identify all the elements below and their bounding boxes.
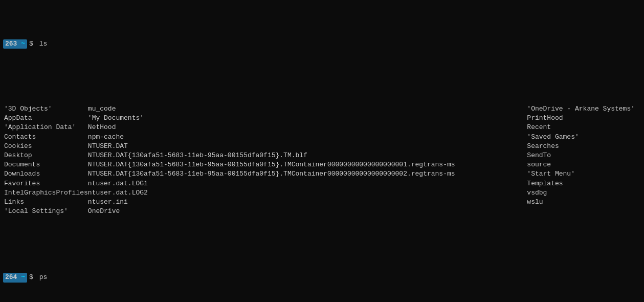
terminal-window: 263 ~$ ls '3D Objects' mu_code 'OneDrive…	[0, 0, 644, 302]
ls-row: '3D Objects' mu_code 'OneDrive - Arkane …	[4, 104, 641, 114]
ls-row: Contacts npm-cache 'Saved Games'	[4, 133, 641, 142]
ls-row: Desktop NTUSER.DAT{130afa51-5683-11eb-95…	[4, 151, 641, 160]
ls-output: '3D Objects' mu_code 'OneDrive - Arkane …	[3, 86, 641, 235]
ls-row: AppData 'My Documents' PrintHood	[4, 114, 641, 123]
prompt-263: 263 ~$ ls	[3, 39, 641, 49]
ls-row: IntelGraphicsProfiles ntuser.dat.LOG2 vs…	[4, 188, 641, 198]
ls-row: Documents NTUSER.DAT{130afa51-5683-11eb-…	[4, 160, 641, 169]
ls-row: Links ntuser.ini wslu	[4, 198, 641, 207]
ls-row: 'Application Data' NetHood Recent	[4, 123, 641, 132]
ls-row: 'Local Settings' OneDrive	[4, 207, 641, 216]
ls-row: Favorites ntuser.dat.LOG1 Templates	[4, 179, 641, 188]
terminal-content: 263 ~$ ls '3D Objects' mu_code 'OneDrive…	[0, 0, 644, 302]
ls-row: Cookies NTUSER.DAT Searches	[4, 142, 641, 151]
prompt-badge-264: 264 ~	[3, 273, 27, 282]
ls-row: Downloads NTUSER.DAT{130afa51-5683-11eb-…	[4, 169, 641, 179]
prompt-badge-263: 263 ~	[3, 39, 27, 49]
prompt-264: 264 ~$ ps	[3, 273, 641, 282]
